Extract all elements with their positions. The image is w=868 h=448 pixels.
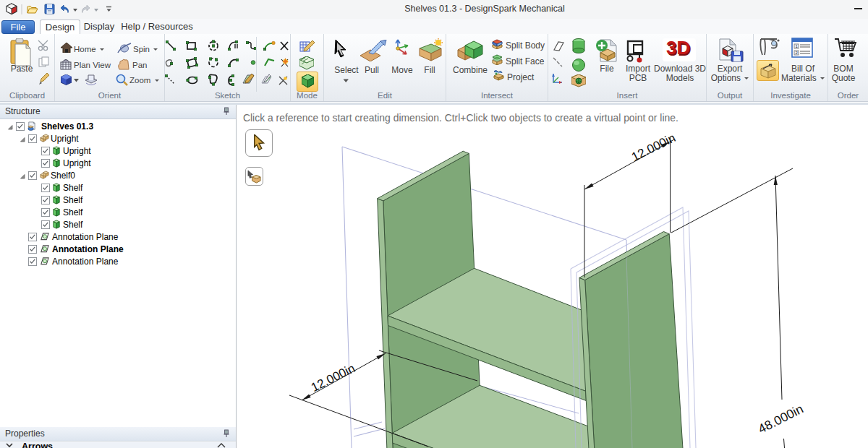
svg-text:48.000in: 48.000in <box>756 401 806 436</box>
